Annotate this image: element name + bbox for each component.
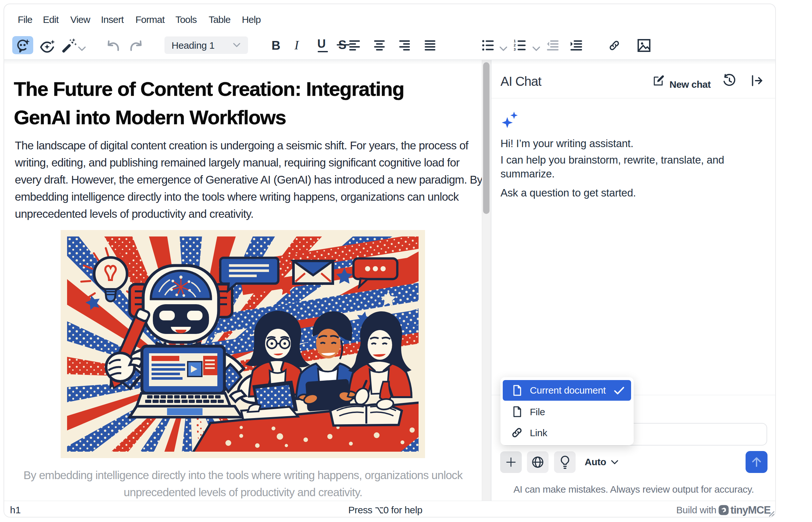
svg-text:2: 2: [514, 43, 516, 47]
svg-text:3: 3: [514, 47, 516, 51]
svg-text:1: 1: [514, 40, 516, 43]
